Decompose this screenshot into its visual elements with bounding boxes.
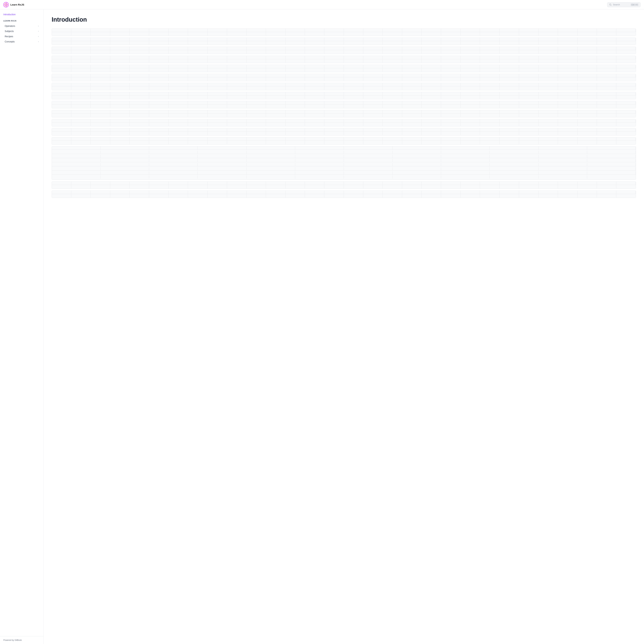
grid-cell: [539, 101, 558, 104]
grid-cell: [441, 74, 461, 77]
grid-cell: [616, 74, 636, 77]
grid-cell: [71, 123, 91, 126]
grid-cell: [305, 74, 324, 77]
grid-cell: [188, 132, 207, 135]
grid-cell: [52, 29, 71, 32]
grid-cell: [324, 185, 344, 189]
grid-cell: [539, 114, 558, 117]
grid-cell: [208, 182, 227, 185]
grid-cell: [519, 141, 539, 144]
grid-cell: [285, 92, 305, 95]
sidebar-item-concepts[interactable]: Concepts ›: [1, 39, 42, 44]
grid-cell: [558, 47, 577, 50]
grid-cell: [441, 132, 461, 135]
grid-cell: [597, 77, 616, 81]
grid-cell: [266, 141, 285, 144]
grid-cell: [91, 56, 110, 59]
grid-cell: [344, 114, 363, 117]
grid-cell: [100, 163, 149, 166]
grid-cell: [188, 96, 207, 99]
grid-cell: [149, 151, 198, 154]
grid-cell: [363, 132, 383, 135]
grid-cell: [208, 47, 227, 50]
grid-cell: [149, 175, 198, 179]
grid-cell: [539, 74, 558, 77]
grid-cell: [130, 182, 149, 185]
grid-cell: [344, 119, 363, 123]
grid-cell: [285, 141, 305, 144]
grid-cell: [480, 185, 499, 189]
sidebar-section-learn-rxjs: LEARN RXJS: [0, 19, 43, 23]
grid-cell: [363, 123, 383, 126]
grid-cell: [480, 50, 499, 54]
grid-cell: [247, 185, 266, 189]
grid-cell: [266, 123, 285, 126]
sidebar-item-operators[interactable]: Operators ›: [1, 23, 42, 29]
grid-cell: [558, 56, 577, 59]
grid-cell: [363, 29, 383, 32]
grid-cell: [247, 119, 266, 123]
grid-cell: [480, 56, 499, 59]
grid-cell: [587, 146, 636, 150]
grid-cell: [558, 128, 577, 132]
grid-cell: [461, 74, 480, 77]
grid-cell: [461, 105, 480, 108]
grid-cell: [500, 68, 519, 72]
grid-cell: [130, 32, 149, 36]
sidebar-item-introduction[interactable]: Introduction: [0, 12, 43, 17]
grid-cell: [295, 155, 344, 158]
grid-cell: [110, 137, 130, 141]
grid-cell: [247, 56, 266, 59]
grid-cell: [71, 59, 91, 63]
grid-cell: [577, 101, 597, 104]
grid-cell: [344, 38, 363, 41]
content-block-10: [52, 110, 636, 117]
grid-cell: [519, 114, 539, 117]
grid-cell: [52, 68, 71, 72]
grid-cell: [52, 110, 71, 114]
grid-cell: [305, 32, 324, 36]
grid-cell: [422, 96, 441, 99]
grid-cell: [480, 29, 499, 32]
grid-cell: [71, 77, 91, 81]
grid-cell: [169, 74, 188, 77]
grid-cell: [490, 155, 538, 158]
grid-cell: [169, 32, 188, 36]
content-block-14: [52, 181, 636, 189]
grid-cell: [363, 87, 383, 90]
grid-cell: [539, 47, 558, 50]
grid-cell: [402, 182, 422, 185]
grid-cell: [169, 105, 188, 108]
grid-cell: [490, 167, 538, 171]
grid-cell: [324, 92, 344, 95]
grid-cell: [441, 29, 461, 32]
grid-cell: [500, 96, 519, 99]
grid-cell: [597, 185, 616, 189]
grid-cell: [402, 141, 422, 144]
content-block-5: [52, 65, 636, 72]
grid-cell: [324, 38, 344, 41]
grid-cell: [110, 50, 130, 54]
grid-cell: [616, 50, 636, 54]
grid-cell: [110, 47, 130, 50]
grid-cell: [344, 110, 363, 114]
sidebar-item-subjects[interactable]: Subjects ›: [1, 29, 42, 34]
grid-cell: [344, 56, 363, 59]
grid-cell: [383, 137, 402, 141]
sidebar-item-recipes[interactable]: Recipes ›: [1, 34, 42, 39]
grid-cell: [266, 194, 285, 198]
grid-cell: [91, 32, 110, 36]
grid-cell: [110, 191, 130, 194]
content-block-1: [52, 29, 636, 36]
grid-cell: [558, 50, 577, 54]
grid-cell: [441, 159, 490, 162]
grid-cell: [52, 41, 71, 45]
grid-cell: [344, 50, 363, 54]
grid-cell: [597, 41, 616, 45]
grid-cell: [344, 151, 392, 154]
grid-cell: [441, 146, 490, 150]
grid-cell: [130, 87, 149, 90]
search-bar[interactable]: Search Ctrl + K: [607, 2, 641, 7]
grid-cell: [344, 77, 363, 81]
grid-cell: [500, 32, 519, 36]
